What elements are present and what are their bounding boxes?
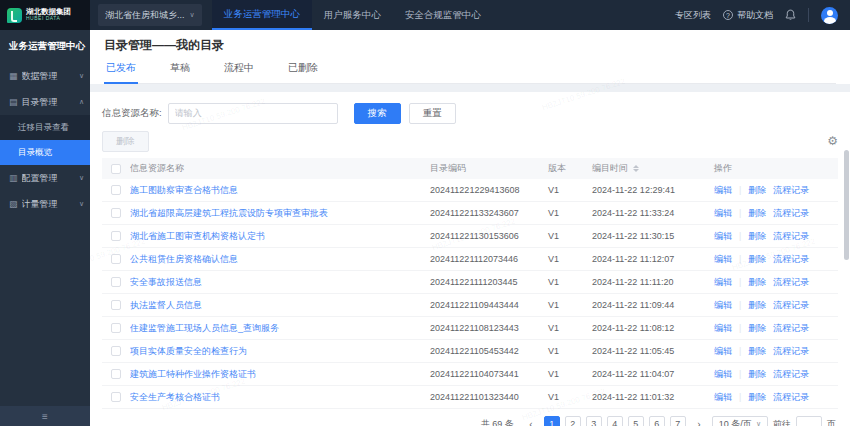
row-checkbox[interactable] [111,300,121,310]
page-size-value: 10 条/页 [719,418,752,426]
row-checkbox[interactable] [111,208,121,218]
row-checkbox[interactable] [111,323,121,333]
resource-name-link[interactable]: 湖北省施工图审查机构资格认定书 [130,231,265,241]
delete-link[interactable]: 删除 [748,391,766,404]
edit-link[interactable]: 编辑 [714,253,732,266]
page-scrollbar[interactable] [844,150,849,260]
sidebar-item-data-management[interactable]: ▦ 数据管理 ∨ [0,63,90,89]
edit-link[interactable]: 编辑 [714,184,732,197]
flow-record-link[interactable]: 流程记录 [773,230,809,243]
delete-link[interactable]: 删除 [748,368,766,381]
resource-name-link[interactable]: 建筑施工特种作业操作资格证书 [130,369,256,379]
delete-link[interactable]: 删除 [748,230,766,243]
flow-record-link[interactable]: 流程记录 [773,322,809,335]
column-header-catalog-code: 目录编码 [430,162,548,175]
tab-in-process[interactable]: 流程中 [222,61,256,83]
page-button[interactable]: 4 [607,416,623,426]
reset-button[interactable]: 重置 [409,103,456,124]
page-button[interactable]: 1 [544,416,560,426]
goto-page-input[interactable] [796,416,822,426]
edit-link[interactable]: 编辑 [714,322,732,335]
user-avatar[interactable] [821,7,838,24]
catalog-code-cell: 202411221111203445 [430,277,548,287]
page-button[interactable]: 6 [649,416,665,426]
resource-name-link[interactable]: 公共租赁住房资格确认信息 [130,254,238,264]
row-checkbox[interactable] [111,392,121,402]
org-dropdown-value: 湖北省住房和城乡... [105,9,185,22]
tab-draft[interactable]: 草稿 [168,61,192,83]
resource-name-link[interactable]: 安全事故报送信息 [130,277,202,287]
page-button[interactable]: 2 [565,416,581,426]
edit-link[interactable]: 编辑 [714,207,732,220]
help-link[interactable]: ? 帮助文档 [723,9,773,22]
next-page-arrow[interactable]: › [691,416,707,426]
edit-link[interactable]: 编辑 [714,391,732,404]
nav-item-business-operation-center[interactable]: 业务运营管理中心 [212,0,312,30]
notification-bell-icon[interactable] [785,9,796,21]
main-content: 目录管理——我的目录 已发布 草稿 流程中 已删除 信息资源名称: 搜索 重置 … [90,30,850,426]
delete-link[interactable]: 删除 [748,253,766,266]
app-window: 湖北数据集团 HUBEI DATA 湖北省住房和城乡... ∨ 业务运营管理中心… [0,0,850,426]
edit-link[interactable]: 编辑 [714,345,732,358]
row-checkbox[interactable] [111,231,121,241]
op-divider: | [739,369,741,379]
edit-link[interactable]: 编辑 [714,368,732,381]
org-dropdown[interactable]: 湖北省住房和城乡... ∨ [98,4,202,26]
catalog-time-cell: 2024-11-22 11:05:45 [592,346,714,356]
resource-name-input[interactable] [168,103,338,124]
sidebar-item-config-management[interactable]: ▥ 配置管理 ∨ [0,165,90,191]
row-checkbox[interactable] [111,277,121,287]
batch-delete-button[interactable]: 删除 [102,131,149,152]
sidebar-item-metering-management[interactable]: ▧ 计量管理 ∨ [0,191,90,217]
flow-record-link[interactable]: 流程记录 [773,253,809,266]
delete-link[interactable]: 删除 [748,299,766,312]
row-checkbox[interactable] [111,185,121,195]
edit-link[interactable]: 编辑 [714,276,732,289]
sidebar-item-migration-catalog-view[interactable]: 迁移目录查看 [0,115,90,140]
select-all-checkbox[interactable] [111,164,121,174]
delete-link[interactable]: 删除 [748,345,766,358]
flow-record-link[interactable]: 流程记录 [773,391,809,404]
flow-record-link[interactable]: 流程记录 [773,368,809,381]
page-button[interactable]: 7 [670,416,686,426]
delete-link[interactable]: 删除 [748,207,766,220]
logo: 湖北数据集团 HUBEI DATA [0,0,90,30]
row-checkbox[interactable] [111,346,121,356]
catalog-time-cell: 2024-11-22 11:12:07 [592,254,714,264]
search-button[interactable]: 搜索 [354,103,401,124]
resource-name-link[interactable]: 项目实体质量安全的检查行为 [130,346,247,356]
pagination: 共 69 条 ‹ 1234567 › 10 条/页 ∨ 前往 页 [102,409,838,426]
flow-record-link[interactable]: 流程记录 [773,207,809,220]
nav-item-security-compliance-center[interactable]: 安全合规监管中心 [393,0,493,30]
page-size-select[interactable]: 10 条/页 ∨ [712,416,768,426]
flow-record-link[interactable]: 流程记录 [773,345,809,358]
row-checkbox[interactable] [111,254,121,264]
resource-name-link[interactable]: 安全生产考核合格证书 [130,392,220,402]
tab-deleted[interactable]: 已删除 [286,61,320,83]
row-checkbox[interactable] [111,369,121,379]
zone-list-link[interactable]: 专区列表 [675,9,711,22]
resource-name-link[interactable]: 施工图勘察审查合格书信息 [130,185,238,195]
page-button[interactable]: 3 [586,416,602,426]
delete-link[interactable]: 删除 [748,276,766,289]
resource-name-link[interactable]: 住建监管施工现场人员信息_查询服务 [130,323,279,333]
sort-icon[interactable] [633,165,639,172]
delete-link[interactable]: 删除 [748,322,766,335]
sidebar-item-catalog-overview[interactable]: 目录概览 [0,140,90,165]
sidebar-item-catalog-management[interactable]: ▤ 目录管理 ∧ [0,89,90,115]
column-settings-gear-icon[interactable]: ⚙ [827,135,838,147]
flow-record-link[interactable]: 流程记录 [773,184,809,197]
flow-record-link[interactable]: 流程记录 [773,276,809,289]
edit-link[interactable]: 编辑 [714,230,732,243]
resource-name-link[interactable]: 湖北省超限高层建筑工程抗震设防专项审查审批表 [130,208,328,218]
tab-published[interactable]: 已发布 [104,61,138,84]
page-button[interactable]: 5 [628,416,644,426]
prev-page-arrow[interactable]: ‹ [523,416,539,426]
delete-link[interactable]: 删除 [748,184,766,197]
flow-record-link[interactable]: 流程记录 [773,299,809,312]
nav-item-user-service-center[interactable]: 用户服务中心 [312,0,393,30]
collapse-sidebar-button[interactable]: ≡ [0,406,90,426]
edit-link[interactable]: 编辑 [714,299,732,312]
resource-name-link[interactable]: 执法监督人员信息 [130,300,202,310]
catalog-time-cell: 2024-11-22 11:09:44 [592,300,714,310]
